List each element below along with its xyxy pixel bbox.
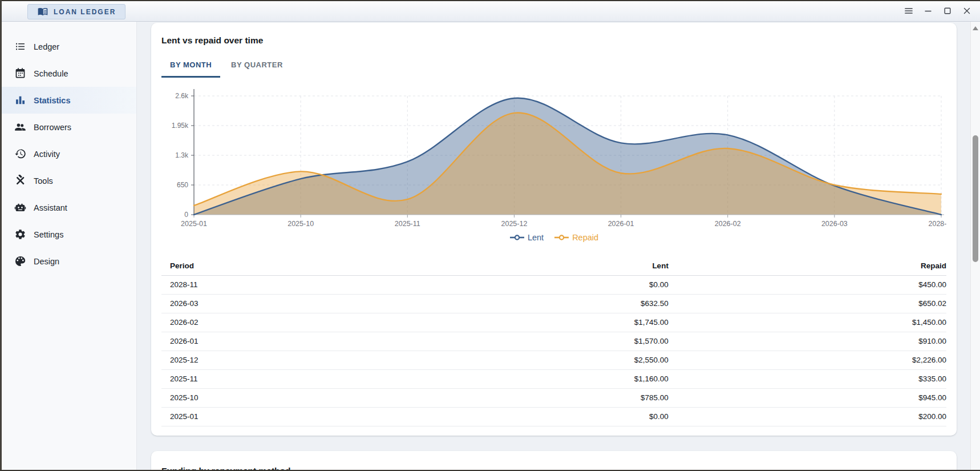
period-cell: 2026-03 <box>161 294 475 313</box>
table-header-row: PeriodLentRepaid <box>161 257 946 275</box>
sidebar-item-schedule[interactable]: Schedule <box>0 60 136 87</box>
svg-text:2025-12: 2025-12 <box>501 220 527 228</box>
repaid-cell: $450.00 <box>669 275 946 294</box>
lent-cell: $0.00 <box>475 407 668 426</box>
app-title: LOAN LEDGER <box>54 8 116 16</box>
sidebar-item-statistics[interactable]: Statistics <box>0 87 136 114</box>
minimize-icon <box>924 6 933 15</box>
maximize-button[interactable] <box>940 3 955 18</box>
close-icon <box>962 6 971 15</box>
repaid-cell: $945.00 <box>669 388 946 407</box>
lent-cell: $1,570.00 <box>475 332 668 351</box>
list-icon <box>14 41 26 53</box>
svg-text:2026-03: 2026-03 <box>821 220 848 228</box>
lent-cell: $632.50 <box>475 294 668 313</box>
sidebar-item-label: Settings <box>34 230 63 239</box>
legend-marker-icon <box>509 234 525 241</box>
repaid-cell: $200.00 <box>669 407 946 426</box>
period-cell: 2025-12 <box>161 351 475 369</box>
sidebar-item-label: Assistant <box>34 203 67 212</box>
sidebar-item-label: Activity <box>34 150 60 159</box>
svg-text:1.3k: 1.3k <box>175 151 189 159</box>
book-icon <box>37 6 48 18</box>
lent-cell: $0.00 <box>475 275 668 294</box>
lent-cell: $1,745.00 <box>475 313 668 332</box>
sidebar-item-tools[interactable]: Tools <box>0 167 136 194</box>
maximize-icon <box>943 6 952 15</box>
legend-marker-icon <box>554 234 569 241</box>
robot-icon <box>14 202 26 214</box>
table-row: 2026-01$1,570.00$910.00 <box>161 332 946 351</box>
people-icon <box>14 121 26 133</box>
period-cell: 2028-11 <box>161 275 475 294</box>
table-row: 2026-02$1,745.00$1,450.00 <box>161 313 946 332</box>
window-scrollbar[interactable] <box>970 22 980 471</box>
gear-icon <box>14 228 26 240</box>
app-tab[interactable]: LOAN LEDGER <box>27 4 125 19</box>
column-header-repaid: Repaid <box>669 257 946 275</box>
history-icon <box>14 148 26 160</box>
sidebar-item-label: Statistics <box>34 96 70 105</box>
sidebar-item-label: Ledger <box>34 42 59 51</box>
column-header-period: Period <box>161 257 475 275</box>
legend-label: Lent <box>528 233 544 242</box>
repaid-cell: $650.02 <box>669 294 946 313</box>
titlebar: LOAN LEDGER <box>0 0 980 22</box>
card-title: Lent vs repaid over time <box>161 35 946 46</box>
svg-text:2025-11: 2025-11 <box>395 220 420 228</box>
sidebar-item-design[interactable]: Design <box>0 248 136 275</box>
tools-icon <box>14 175 26 187</box>
table-row: 2025-11$1,160.00$335.00 <box>161 369 946 388</box>
legend-label: Repaid <box>572 233 598 242</box>
sidebar-item-settings[interactable]: Settings <box>0 221 136 248</box>
bar-chart-icon <box>14 94 26 106</box>
tab-by-quarter[interactable]: BY QUARTER <box>222 61 291 78</box>
sidebar-item-label: Schedule <box>34 69 68 78</box>
legend-item-lent[interactable]: Lent <box>509 233 544 242</box>
sidebar-item-assistant[interactable]: Assistant <box>0 194 136 221</box>
svg-text:0: 0 <box>184 211 188 219</box>
chart-tabs: BY MONTH BY QUARTER <box>161 61 946 78</box>
close-button[interactable] <box>959 3 974 18</box>
repaid-cell: $1,450.00 <box>669 313 946 332</box>
scrollbar-thumb[interactable] <box>973 135 978 262</box>
svg-text:2025-10: 2025-10 <box>287 220 314 228</box>
funding-card: Funding by repayment method <box>151 451 957 471</box>
minimize-button[interactable] <box>921 3 936 18</box>
window-frame-left <box>0 0 2 471</box>
repaid-cell: $335.00 <box>669 369 946 388</box>
sidebar-item-ledger[interactable]: Ledger <box>0 33 136 60</box>
main-content: Lent vs repaid over time BY MONTH BY QUA… <box>137 22 970 471</box>
repaid-cell: $2,226.00 <box>669 351 946 369</box>
sidebar-item-borrowers[interactable]: Borrowers <box>0 114 136 140</box>
menu-icon <box>904 6 913 15</box>
lent-cell: $1,160.00 <box>475 369 668 388</box>
window-frame-top <box>0 0 980 1</box>
period-cell: 2025-01 <box>161 407 475 426</box>
sidebar-item-label: Tools <box>34 176 53 186</box>
legend-item-repaid[interactable]: Repaid <box>554 233 598 242</box>
table-row: 2028-11$0.00$450.00 <box>161 275 946 294</box>
svg-text:2028-11: 2028-11 <box>929 220 946 228</box>
period-cell: 2025-10 <box>161 388 475 407</box>
period-cell: 2026-01 <box>161 332 475 351</box>
column-header-lent: Lent <box>475 257 668 275</box>
calendar-icon <box>14 67 26 79</box>
period-table: PeriodLentRepaid 2028-11$0.00$450.002026… <box>161 257 946 426</box>
menu-button[interactable] <box>901 3 916 18</box>
lent-cell: $2,550.00 <box>475 351 668 369</box>
tab-by-month[interactable]: BY MONTH <box>161 61 220 78</box>
table-row: 2025-12$2,550.00$2,226.00 <box>161 351 946 369</box>
scroll-up-icon[interactable] <box>973 26 978 30</box>
table-row: 2025-01$0.00$200.00 <box>161 407 946 426</box>
sidebar-item-label: Design <box>34 257 59 266</box>
table-row: 2025-10$785.00$945.00 <box>161 388 946 407</box>
svg-text:1.95k: 1.95k <box>172 122 189 130</box>
sidebar-item-activity[interactable]: Activity <box>0 140 136 167</box>
lent-cell: $785.00 <box>475 388 668 407</box>
chart-legend: LentRepaid <box>161 231 946 244</box>
table-row: 2026-03$632.50$650.02 <box>161 294 946 313</box>
svg-text:2026-02: 2026-02 <box>715 220 741 228</box>
window-controls <box>901 0 974 22</box>
svg-text:2025-01: 2025-01 <box>181 220 207 228</box>
